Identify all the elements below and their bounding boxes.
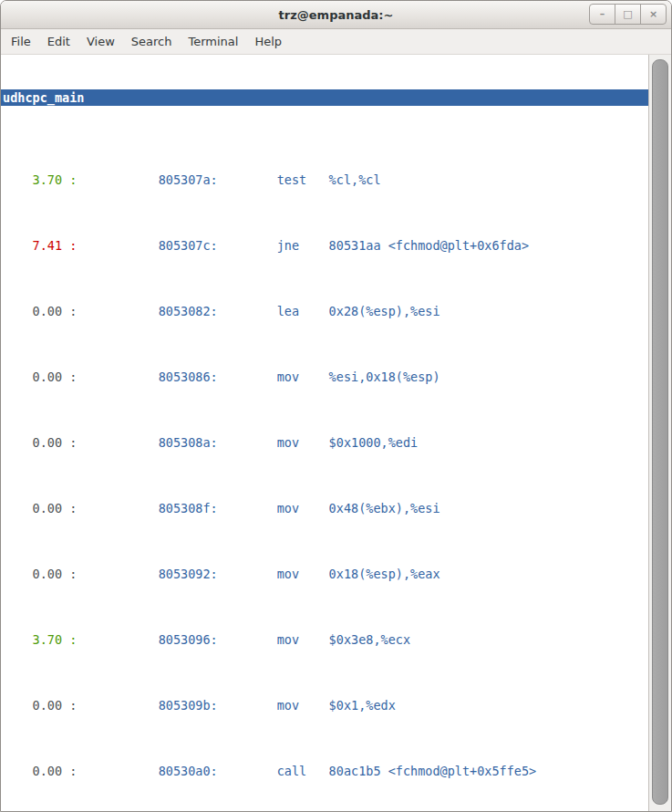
percent-value: 0.00 :	[3, 501, 77, 515]
asm-code: 805308a: mov $0x1000,%edi	[77, 435, 418, 450]
percent-value: 0.00 :	[3, 435, 77, 450]
asm-line: 7.41 : 805307c: jne 80531aa <fchmod@plt+…	[1, 237, 648, 254]
percent-value: 0.00 :	[3, 764, 77, 778]
asm-code: 805308f: mov 0x48(%ebx),%esi	[77, 501, 439, 515]
percent-value: 3.70 :	[3, 632, 77, 647]
asm-code: 8053082: lea 0x28(%esp),%esi	[77, 304, 439, 318]
symbol-header: udhcpc_main	[1, 89, 648, 106]
maximize-button[interactable]: □	[615, 4, 641, 25]
menubar: File Edit View Search Terminal Help	[1, 29, 671, 55]
percent-value: 0.00 :	[3, 304, 77, 318]
asm-line: 0.00 : 8053082: lea 0x28(%esp),%esi	[1, 303, 648, 319]
asm-line: 0.00 : 8053092: mov 0x18(%esp),%eax	[1, 566, 648, 582]
percent-value: 0.00 :	[3, 567, 77, 581]
close-icon: ×	[649, 9, 657, 19]
minimize-icon: –	[600, 9, 605, 19]
percent-value: 0.00 :	[3, 370, 77, 384]
percent-value: 0.00 :	[3, 698, 77, 713]
asm-line: 0.00 : 805308f: mov 0x48(%ebx),%esi	[1, 500, 648, 516]
menu-help[interactable]: Help	[246, 31, 290, 52]
asm-line: 0.00 : 805309b: mov $0x1,%edx	[1, 697, 648, 713]
menu-file[interactable]: File	[3, 31, 39, 52]
asm-code: 8053086: mov %esi,0x18(%esp)	[77, 370, 439, 384]
asm-code: 805307c: jne 80531aa <fchmod@plt+0x6fda>	[77, 238, 529, 253]
asm-code: 80530a0: call 80ac1b5 <fchmod@plt+0x5ffe…	[77, 764, 536, 778]
minimize-button[interactable]: –	[589, 4, 615, 25]
asm-line: 3.70 : 8053096: mov $0x3e8,%ecx	[1, 631, 648, 648]
percent-value: 3.70 :	[3, 172, 77, 187]
asm-listing: 3.70 : 805307a: test %cl,%cl 7.41 : 8053…	[1, 139, 648, 812]
terminal-screen[interactable]: udhcpc_main 3.70 : 805307a: test %cl,%cl…	[1, 55, 648, 812]
asm-code: 8053092: mov 0x18(%esp),%eax	[77, 567, 439, 581]
window-title: trz@empanada:~	[279, 8, 394, 22]
menu-terminal[interactable]: Terminal	[180, 31, 246, 52]
terminal-window: trz@empanada:~ – □ × File Edit View Sear…	[0, 0, 672, 812]
asm-line: 0.00 : 8053086: mov %esi,0x18(%esp)	[1, 369, 648, 385]
terminal-area: udhcpc_main 3.70 : 805307a: test %cl,%cl…	[1, 55, 671, 812]
close-button[interactable]: ×	[640, 4, 667, 25]
menu-search[interactable]: Search	[123, 31, 181, 52]
menu-edit[interactable]: Edit	[39, 31, 78, 52]
asm-code: 805309b: mov $0x1,%edx	[77, 698, 396, 713]
asm-code: 8053096: mov $0x3e8,%ecx	[77, 632, 410, 647]
window-controls: – □ ×	[589, 4, 667, 25]
menu-view[interactable]: View	[78, 31, 123, 52]
percent-value: 7.41 :	[3, 238, 77, 253]
asm-code: 805307a: test %cl,%cl	[77, 172, 380, 187]
maximize-icon: □	[623, 9, 632, 19]
titlebar[interactable]: trz@empanada:~ – □ ×	[1, 1, 671, 29]
asm-line: 0.00 : 80530a0: call 80ac1b5 <fchmod@plt…	[1, 763, 648, 779]
asm-line: 0.00 : 805308a: mov $0x1000,%edi	[1, 434, 648, 451]
scrollbar-thumb[interactable]	[652, 59, 668, 805]
scrollbar[interactable]	[648, 55, 671, 812]
asm-line: 3.70 : 805307a: test %cl,%cl	[1, 172, 648, 188]
